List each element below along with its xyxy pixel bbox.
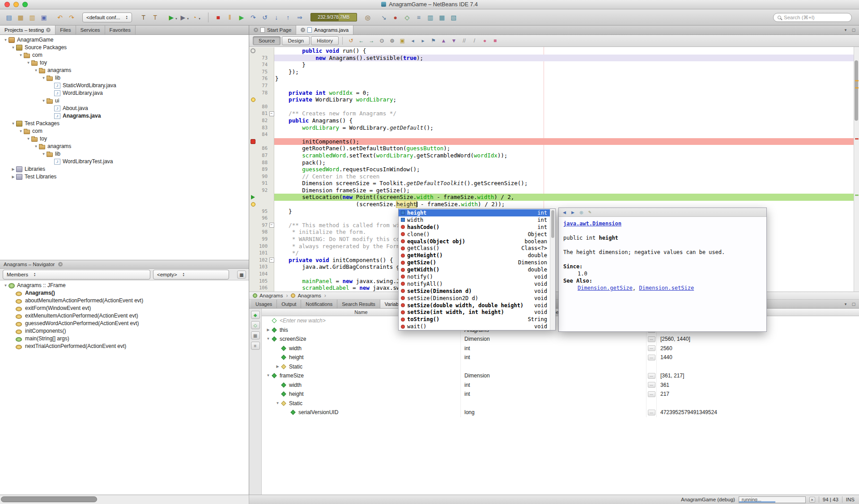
completion-item[interactable]: setSize(Dimension2D d)void [399, 295, 550, 302]
code-line[interactable]: initComponents(); [249, 138, 854, 145]
table-row[interactable]: widthint...361 [262, 381, 859, 390]
history-view-button[interactable]: History [311, 36, 339, 45]
sessions-window-icon[interactable]: ▦ [437, 13, 447, 22]
tab-usages[interactable]: Usages [251, 300, 277, 308]
code-line[interactable]: 84 [249, 131, 854, 138]
completion-item[interactable]: getClass()Class<?> [399, 245, 550, 252]
code-line[interactable]: 78 private int wordIdx = 0; [249, 89, 854, 97]
pause-icon[interactable]: ‖ [225, 13, 235, 22]
completion-scrollbar[interactable] [550, 209, 555, 330]
expand-toggle[interactable]: ▼ [41, 74, 47, 82]
last-edit-icon[interactable]: ↺ [346, 36, 356, 45]
source-view-button[interactable]: Source [253, 36, 281, 45]
code-line[interactable]: 74 } [249, 61, 854, 68]
tree-item[interactable]: ▼ui [0, 97, 249, 105]
ellipsis-button[interactable]: ... [648, 336, 655, 342]
code-line[interactable]: (screenSize.height - frameSize.width) / … [249, 201, 854, 208]
navigator-scope-select[interactable]: <empty>▴▾ [153, 270, 229, 280]
design-view-button[interactable]: Design [282, 36, 310, 45]
toggle-bookmark-icon[interactable]: ⚑ [429, 36, 438, 45]
new-project-icon[interactable]: ▦ [15, 13, 26, 22]
tree-item[interactable]: aboutMenuItemActionPerformed(ActionEvent… [0, 297, 249, 305]
code-line[interactable]: 92 Dimension frameSize = getSize(); [249, 187, 854, 194]
build-project-icon[interactable]: T [138, 13, 149, 22]
fold-toggle[interactable] [269, 258, 274, 263]
find-icon[interactable]: ⊙ [377, 36, 387, 45]
tree-item[interactable]: guessedWordActionPerformed(ActionEvent e… [0, 320, 249, 327]
expand-toggle[interactable]: ▼ [275, 399, 281, 408]
config-select[interactable]: <default conf...▴▾ [82, 13, 132, 22]
expand-toggle[interactable]: ▼ [10, 120, 16, 127]
table-row[interactable]: ▼screenSizeDimension...[2560, 1440] [262, 335, 859, 344]
expand-toggle[interactable]: ▼ [3, 36, 9, 44]
completion-item[interactable]: widthint [399, 216, 550, 224]
search-input[interactable]: Search (⌘+I) [773, 13, 852, 22]
expand-toggle[interactable]: ▼ [10, 44, 16, 51]
forward-icon[interactable]: → [367, 36, 376, 45]
tab-list-icon[interactable]: ▾ [842, 26, 849, 34]
code-line[interactable]: 83 wordLibrary = WordLibrary.getDefault(… [249, 124, 854, 131]
editor-maximize-icon[interactable]: ▢ [850, 26, 857, 34]
expand-toggle[interactable]: ▼ [18, 51, 24, 59]
tree-item[interactable]: exitForm(WindowEvent evt) [0, 305, 249, 312]
pc-gutter-icon[interactable] [249, 195, 257, 199]
expand-toggle[interactable]: ▼ [265, 371, 271, 381]
code-line[interactable]: 88 pack(); [249, 159, 854, 166]
tree-item[interactable]: ▼anagrams [0, 143, 249, 150]
code-line[interactable]: 91 Dimension screenSize = Toolkit.getDef… [249, 180, 854, 187]
tab-anagrams-java[interactable]: Anagrams.java [296, 25, 353, 34]
expand-toggle[interactable]: ▼ [265, 335, 271, 344]
tree-item[interactable]: ▼Test Packages [0, 120, 249, 127]
completion-item[interactable]: getHeight()double [399, 252, 550, 259]
scrollbar-thumb[interactable] [551, 210, 554, 238]
breadcrumb-item[interactable]: Anagrams [298, 293, 321, 298]
bulb-gutter-icon[interactable] [249, 202, 257, 207]
bottom-minimize-icon[interactable]: ▾ [842, 301, 849, 308]
completion-item[interactable]: setSize(Dimension d)void [399, 288, 550, 295]
code-line[interactable]: private WordLibrary wordLibrary; [249, 96, 854, 103]
bulb-gutter-icon[interactable] [249, 97, 257, 102]
tab-start-page[interactable]: Start Page [249, 25, 296, 34]
step-over-icon[interactable]: ↷ [248, 13, 259, 22]
debug-project-icon[interactable]: ▶ [178, 13, 188, 22]
find-selection-icon[interactable]: ⊚ [387, 36, 397, 45]
navigator-options-icon[interactable]: ▦ [237, 271, 246, 279]
continue-icon[interactable]: ▶ [236, 13, 247, 22]
save-all-icon[interactable]: ▣ [38, 13, 49, 22]
expand-toggle[interactable]: ▶ [10, 165, 16, 173]
tree-item[interactable]: Anagrams.java [0, 112, 249, 120]
previous-occurrence-icon[interactable]: ▲ [439, 36, 448, 45]
expand-toggle[interactable]: ▼ [33, 143, 39, 150]
expand-toggle[interactable]: ▼ [26, 59, 31, 67]
cancel-progress-icon[interactable]: ✕ [809, 497, 815, 503]
tree-item[interactable]: ▼com [0, 51, 249, 59]
tree-item[interactable]: About.java [0, 105, 249, 112]
close-navigator-icon[interactable] [58, 262, 63, 267]
watches-window-icon[interactable]: ◇ [402, 13, 412, 22]
completion-item[interactable]: setSize(double width, double height)void [399, 302, 550, 309]
editor-scrollbar[interactable] [854, 47, 859, 292]
table-row[interactable]: widthint...2560 [262, 344, 859, 353]
columns-icon[interactable]: ▦ [251, 331, 260, 339]
expand-toggle[interactable]: ▶ [10, 173, 16, 181]
step-out-icon[interactable]: ↑ [283, 13, 293, 22]
tab-services[interactable]: Services [76, 25, 105, 34]
tree-item[interactable]: WordLibraryTest.java [0, 158, 249, 165]
call-stack-window-icon[interactable]: ≡ [413, 13, 424, 22]
step-over-expression-icon[interactable]: ↺ [259, 13, 270, 22]
expand-toggle[interactable]: ▼ [3, 282, 9, 289]
tree-item[interactable]: ▼com [0, 127, 249, 135]
comment-icon[interactable]: // [459, 36, 469, 45]
bottom-maximize-icon[interactable]: ▢ [850, 301, 857, 308]
tab-files[interactable]: Files [55, 25, 76, 34]
next-occurrence-icon[interactable]: ▼ [449, 36, 459, 45]
ellipsis-button[interactable]: ... [648, 373, 655, 379]
code-line[interactable]: 80 [249, 103, 854, 110]
completion-item[interactable]: clone()Object [399, 231, 550, 238]
sources-window-icon[interactable]: ▧ [448, 13, 459, 22]
completion-item[interactable]: notify()void [399, 273, 550, 280]
expand-toggle[interactable]: ▼ [33, 67, 39, 74]
ellipsis-button[interactable]: ... [648, 382, 655, 388]
tree-item[interactable]: ▼lib [0, 150, 249, 158]
tree-item[interactable]: exitMenuItemActionPerformed(ActionEvent … [0, 312, 249, 320]
